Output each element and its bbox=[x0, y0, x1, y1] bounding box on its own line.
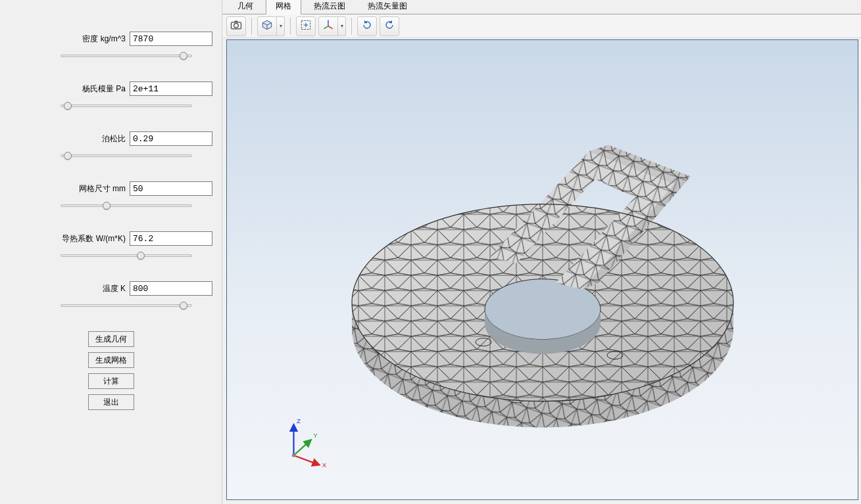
toolbar-separator bbox=[290, 18, 291, 35]
exit-button[interactable]: 退出 bbox=[88, 394, 134, 410]
fit-view-button[interactable] bbox=[296, 16, 316, 36]
rotate-cw-button[interactable] bbox=[380, 16, 399, 36]
temp-slider[interactable] bbox=[61, 304, 192, 307]
axis-z-label: Z bbox=[297, 417, 301, 424]
meshsize-label: 网格尺寸 mm bbox=[79, 183, 126, 195]
toolbar-separator bbox=[351, 18, 352, 35]
chevron-down-icon: ▾ bbox=[280, 23, 282, 29]
toolbar-separator bbox=[251, 18, 252, 35]
camera-icon bbox=[230, 18, 243, 34]
generate-geometry-button[interactable]: 生成几何 bbox=[88, 331, 134, 347]
thermcond-slider[interactable] bbox=[61, 254, 192, 257]
axes-dropdown[interactable]: ▾ bbox=[338, 16, 346, 36]
action-buttons: 生成几何 生成网格 计算 退出 bbox=[0, 331, 222, 410]
density-label: 密度 kg/m^3 bbox=[82, 34, 126, 45]
thermcond-input[interactable] bbox=[130, 231, 212, 246]
svg-point-1 bbox=[234, 24, 239, 28]
param-meshsize: 网格尺寸 mm bbox=[0, 181, 222, 209]
compute-button[interactable]: 计算 bbox=[88, 373, 134, 389]
param-youngs: 杨氏模量 Pa bbox=[0, 81, 222, 109]
youngs-slider[interactable] bbox=[61, 104, 192, 107]
param-poisson: 泊松比 bbox=[0, 131, 222, 159]
meshsize-slider[interactable] bbox=[61, 204, 192, 207]
screenshot-button[interactable] bbox=[226, 16, 246, 36]
youngs-input[interactable] bbox=[130, 81, 212, 96]
poisson-label: 泊松比 bbox=[102, 133, 126, 145]
rotate-ccw-icon bbox=[360, 18, 374, 34]
svg-line-10 bbox=[294, 455, 320, 465]
temp-label: 温度 K bbox=[103, 283, 126, 294]
tab-geometry[interactable]: 几何 bbox=[228, 0, 263, 14]
svg-line-11 bbox=[294, 440, 311, 455]
poisson-slider[interactable] bbox=[61, 154, 192, 157]
param-thermcond: 导热系数 W/(m*K) bbox=[0, 231, 222, 259]
tab-heat-cloud[interactable]: 热流云图 bbox=[304, 0, 355, 14]
tab-mesh[interactable]: 网格 bbox=[266, 0, 301, 14]
density-slider[interactable] bbox=[61, 55, 192, 57]
view-panel: 几何 网格 热流云图 热流矢量图 ▾ bbox=[222, 0, 861, 504]
view-toolbar: ▾ ▾ bbox=[222, 14, 861, 38]
orientation-triad: X Y Z bbox=[273, 414, 332, 473]
rotate-ccw-button[interactable] bbox=[357, 16, 377, 36]
mesh-model bbox=[306, 92, 779, 434]
poisson-input[interactable] bbox=[130, 131, 212, 146]
viewport-3d[interactable]: X Y Z bbox=[226, 39, 858, 500]
temp-input[interactable] bbox=[130, 281, 212, 296]
meshsize-input[interactable] bbox=[130, 181, 212, 196]
density-input[interactable] bbox=[130, 32, 212, 46]
svg-point-13 bbox=[292, 453, 295, 457]
param-density: 密度 kg/m^3 bbox=[0, 32, 222, 59]
axis-x-label: X bbox=[322, 461, 327, 469]
generate-mesh-button[interactable]: 生成网格 bbox=[88, 352, 134, 368]
parameters-panel: 密度 kg/m^3 杨氏模量 Pa 泊松比 bbox=[0, 0, 222, 504]
view-cube-dropdown[interactable]: ▾ bbox=[277, 16, 285, 36]
axes-icon bbox=[322, 18, 335, 34]
axis-y-label: Y bbox=[313, 432, 318, 439]
cube-icon bbox=[260, 18, 274, 34]
view-cube-button[interactable] bbox=[257, 16, 277, 36]
rotate-cw-icon bbox=[383, 18, 396, 34]
param-temp: 温度 K bbox=[0, 281, 222, 309]
tab-heat-vector[interactable]: 热流矢量图 bbox=[358, 0, 417, 14]
chevron-down-icon: ▾ bbox=[341, 23, 343, 29]
axes-button[interactable] bbox=[318, 16, 338, 36]
view-tabs: 几何 网格 热流云图 热流矢量图 bbox=[222, 0, 861, 14]
thermcond-label: 导热系数 W/(m*K) bbox=[62, 233, 126, 244]
fit-icon bbox=[299, 18, 312, 34]
youngs-label: 杨氏模量 Pa bbox=[82, 83, 126, 95]
